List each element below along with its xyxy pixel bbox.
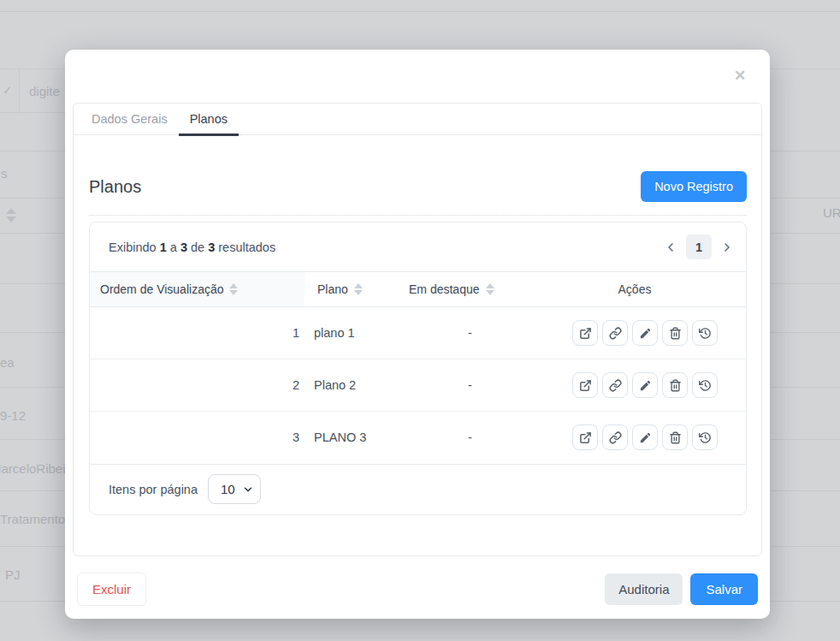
trash-icon [669, 327, 682, 340]
open-external-button[interactable] [572, 372, 598, 398]
section-title: Planos [89, 177, 141, 197]
link-icon [609, 379, 622, 392]
table-header-row: Ordem de Visualização Plano Em destaque … [90, 272, 746, 307]
column-label: Ordem de Visualização [100, 282, 223, 296]
tab-panel-planos: Planos Novo Registro Exibindo 1 a 3 de 3… [74, 135, 761, 515]
link-icon [609, 327, 622, 340]
cell-ordem: 2 [90, 359, 305, 412]
results-summary: Exibindo 1 a 3 de 3 resultados [109, 240, 275, 254]
delete-button[interactable] [662, 424, 688, 450]
history-button[interactable] [692, 424, 718, 450]
auditoria-button[interactable]: Auditoria [605, 573, 683, 605]
bg-fragment: PJ [5, 567, 21, 582]
column-label: Ações [618, 282, 652, 296]
bg-divider [0, 11, 840, 12]
cell-em-destaque: - [396, 307, 496, 359]
sort-icon [229, 283, 238, 295]
table-row: 3 PLANO 3 - [90, 412, 746, 464]
bg-fragment: Tratamento [0, 512, 65, 526]
cell-ordem: 1 [90, 307, 305, 359]
modal-footer: Excluir Auditoria Salvar [77, 573, 758, 606]
cell-em-destaque: - [396, 412, 496, 464]
items-per-page-select[interactable]: 10 [208, 474, 261, 504]
close-icon[interactable]: ✕ [729, 65, 751, 87]
edit-icon [639, 431, 652, 444]
pagination: 1 [663, 234, 735, 259]
alterar-registro-modal: Alterar Registro ✕ Dados Gerais Planos P… [65, 50, 770, 619]
next-page-button[interactable] [719, 235, 735, 259]
bg-fragment: MarceloRibei [0, 461, 66, 476]
items-per-page-label: Itens por página [109, 483, 198, 496]
history-button[interactable] [692, 372, 718, 398]
edit-button[interactable] [632, 372, 658, 398]
check-icon: ✓ [3, 83, 13, 97]
column-label: Em destaque [409, 282, 480, 296]
section-separator [89, 215, 747, 216]
column-label: Plano [317, 282, 348, 296]
table-row: 2 Plano 2 - [90, 359, 746, 412]
salvar-button[interactable]: Salvar [690, 573, 758, 605]
results-card: Exibindo 1 a 3 de 3 resultados 1 [89, 222, 747, 515]
bg-column-url: URL [823, 205, 840, 220]
link-button[interactable] [602, 372, 628, 398]
summary-word: resultados [218, 240, 275, 254]
column-header-ordem[interactable]: Ordem de Visualização [90, 272, 305, 307]
cell-plano: Plano 2 [305, 359, 396, 412]
link-button[interactable] [602, 320, 628, 346]
link-icon [609, 431, 622, 444]
row-actions [544, 372, 746, 398]
bg-divider [0, 112, 65, 113]
column-header-em-destaque[interactable]: Em destaque [396, 272, 496, 307]
bg-fragment: s [1, 166, 8, 181]
delete-button[interactable] [662, 320, 688, 346]
bg-cell-border [19, 68, 20, 112]
tab-planos[interactable]: Planos [179, 104, 239, 134]
row-actions [544, 424, 746, 450]
bg-filter-input-text: digite [29, 84, 60, 98]
history-icon [699, 431, 712, 444]
trash-icon [669, 379, 682, 392]
external-link-icon [579, 327, 592, 340]
open-external-button[interactable] [572, 424, 598, 450]
items-per-page-row: Itens por página 10 [90, 464, 746, 514]
column-header-acoes: Ações [496, 272, 746, 307]
summary-word: Exibindo [109, 240, 157, 254]
open-external-button[interactable] [572, 320, 598, 346]
sort-icon [486, 283, 494, 295]
summary-word: a [170, 240, 177, 254]
tab-container: Dados Gerais Planos Planos Novo Registro… [73, 103, 762, 556]
cell-ordem: 3 [90, 412, 305, 464]
summary-from: 1 [160, 240, 167, 254]
chevron-left-icon [664, 240, 677, 254]
column-header-plano[interactable]: Plano [305, 272, 396, 307]
edit-button[interactable] [632, 424, 658, 450]
page-1-button[interactable]: 1 [686, 234, 712, 259]
trash-icon [669, 431, 682, 444]
summary-total: 3 [208, 240, 215, 254]
table-row: 1 plano 1 - [90, 307, 746, 359]
sort-icon [354, 283, 363, 295]
summary-word: de [191, 240, 204, 254]
bg-fragment: 9-12 [0, 408, 26, 423]
tab-bar: Dados Gerais Planos [74, 104, 761, 135]
link-button[interactable] [602, 424, 628, 450]
edit-icon [639, 379, 652, 392]
cell-plano: PLANO 3 [305, 412, 396, 464]
history-icon [699, 379, 712, 392]
edit-icon [639, 327, 652, 340]
chevron-right-icon [720, 240, 734, 254]
previous-page-button[interactable] [663, 235, 678, 259]
cell-plano: plano 1 [305, 307, 396, 359]
external-link-icon [579, 431, 592, 444]
edit-button[interactable] [632, 320, 658, 346]
tab-dados-gerais[interactable]: Dados Gerais [80, 104, 179, 134]
history-button[interactable] [692, 320, 718, 346]
summary-to: 3 [180, 240, 187, 254]
delete-button[interactable] [662, 372, 688, 398]
bg-fragment: ea [0, 355, 15, 370]
row-actions [544, 320, 746, 346]
cell-em-destaque: - [396, 359, 496, 412]
external-link-icon [579, 379, 592, 392]
novo-registro-button[interactable]: Novo Registro [641, 171, 747, 202]
excluir-button[interactable]: Excluir [77, 573, 146, 606]
